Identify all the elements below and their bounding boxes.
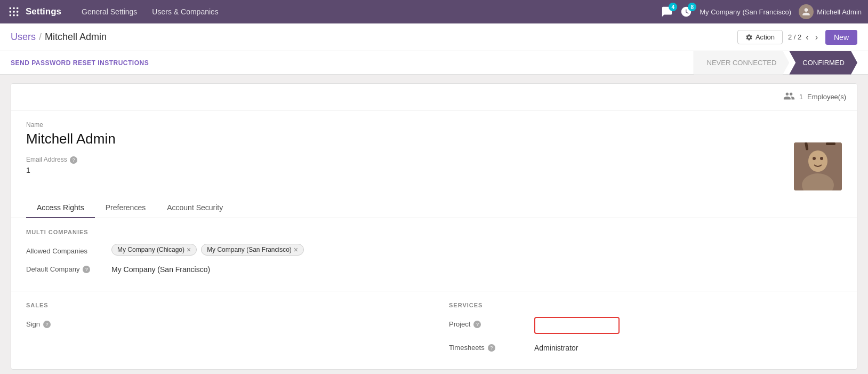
clock-icon-badge[interactable]: 8 [680,6,692,18]
user-avatar [799,4,814,19]
status-never-connected[interactable]: NEVER CONNECTED [694,51,790,75]
name-value[interactable]: Mitchell Admin [26,131,842,147]
status-confirmed[interactable]: CONFIRMED [789,51,857,75]
svg-rect-8 [17,14,18,16]
timesheets-value: Administrator [534,340,842,352]
new-button[interactable]: New [825,30,857,45]
company-tag-sf[interactable]: My Company (San Francisco) × [201,244,304,256]
top-nav: Settings General Settings Users & Compan… [0,0,868,23]
gear-icon [745,34,753,41]
sales-section: SALES Sign ? [11,291,434,369]
top-nav-right: 4 8 My Company (San Francisco) Mitchell … [661,4,862,19]
pager-next[interactable]: › [813,31,820,43]
svg-rect-2 [17,7,18,9]
project-row: Project ? [449,317,842,334]
action-button[interactable]: Action [737,30,783,44]
breadcrumb-actions: Action 2 / 2 ‹ › New [737,30,857,45]
email-help-icon[interactable]: ? [70,156,77,164]
allowed-companies-field[interactable]: My Company (Chicago) × My Company (San F… [111,244,842,256]
company-label[interactable]: My Company (San Francisco) [700,8,791,16]
user-name: Mitchell Admin [817,8,862,16]
email-value[interactable]: 1 [26,166,842,174]
tab-preferences[interactable]: Preferences [95,198,156,218]
default-company-help-icon[interactable]: ? [83,266,90,273]
svg-point-12 [813,157,816,160]
services-title: SERVICES [449,302,842,308]
email-label: Email Address ? [26,156,842,164]
default-company-label: Default Company ? [26,262,111,273]
svg-rect-0 [10,7,11,9]
svg-rect-4 [13,11,14,12]
company-tag-chicago[interactable]: My Company (Chicago) × [111,244,197,256]
user-menu[interactable]: Mitchell Admin [799,4,862,19]
svg-point-10 [808,150,827,172]
sales-services-grid: SALES Sign ? SERVICES Project [11,291,857,369]
breadcrumb-parent[interactable]: Users [11,31,36,43]
pager: 2 / 2 ‹ › [788,31,820,43]
tabs-bar: Access Rights Preferences Account Securi… [11,198,857,218]
sales-title: SALES [26,302,419,308]
svg-rect-15 [826,142,835,145]
multi-companies-section: MULTI COMPANIES Allowed Companies My Com… [11,218,857,291]
services-section: SERVICES Project ? Timesheets [434,291,857,369]
messages-icon-badge[interactable]: 4 [661,6,673,18]
svg-rect-5 [17,11,18,12]
form-card-header: 1 Employee(s) [11,84,857,110]
sign-help-icon[interactable]: ? [43,321,51,328]
employees-label: Employee(s) [807,93,846,101]
menu-general-settings[interactable]: General Settings [74,5,144,18]
sign-label: Sign ? [26,317,111,328]
employees-icon [783,90,795,104]
allowed-companies-label: Allowed Companies [26,244,111,255]
multi-companies-title: MULTI COMPANIES [26,229,842,235]
project-field[interactable] [534,317,842,334]
default-company-row: Default Company ? My Company (San Franci… [26,262,842,274]
status-bar: SEND PASSWORD RESET INSTRUCTIONS NEVER C… [0,51,868,75]
timesheets-label: Timesheets ? [449,340,534,352]
status-steps: NEVER CONNECTED CONFIRMED [694,51,857,75]
form-header-area: Name Mitchell Admin Email Address ? 1 [11,110,857,194]
breadcrumb-separator: / [39,31,42,43]
form-card: 1 Employee(s) Name Mitchell Admin Email … [11,83,857,370]
sign-row: Sign ? [26,317,419,328]
app-brand: Settings [26,6,61,17]
project-highlighted-box[interactable] [534,317,620,334]
employees-number: 1 [799,93,803,101]
svg-rect-7 [13,14,14,16]
breadcrumb-bar: Users / Mitchell Admin Action 2 / 2 ‹ › … [0,23,868,51]
apps-icon[interactable] [6,4,21,19]
svg-rect-6 [10,14,11,16]
tab-access-rights[interactable]: Access Rights [26,198,95,218]
messages-badge: 4 [669,3,677,11]
top-nav-menu: General Settings Users & Companies [74,5,226,18]
allowed-companies-row: Allowed Companies My Company (Chicago) ×… [26,244,842,256]
remove-chicago-icon[interactable]: × [187,245,191,254]
svg-rect-3 [10,11,11,12]
email-field-group: Email Address ? 1 [26,156,842,174]
project-label: Project ? [449,317,534,328]
svg-point-13 [820,157,823,160]
employees-count: 1 Employee(s) [783,90,846,104]
tab-account-security[interactable]: Account Security [156,198,234,218]
default-company-value[interactable]: My Company (San Francisco) [111,262,842,274]
name-label: Name [26,121,842,129]
remove-sf-icon[interactable]: × [294,245,298,254]
pager-prev[interactable]: ‹ [803,31,810,43]
pager-text: 2 / 2 [788,33,801,41]
send-reset-link[interactable]: SEND PASSWORD RESET INSTRUCTIONS [11,59,149,67]
timesheets-row: Timesheets ? Administrator [449,340,842,352]
breadcrumb-current: Mitchell Admin [45,31,107,43]
user-avatar-large[interactable] [794,142,842,190]
project-help-icon[interactable]: ? [473,321,481,328]
timesheets-help-icon[interactable]: ? [488,344,495,352]
action-label: Action [756,33,775,41]
menu-users-companies[interactable]: Users & Companies [144,5,226,18]
name-field-group: Name Mitchell Admin [26,121,842,147]
svg-rect-1 [13,7,14,9]
clock-badge: 8 [688,3,696,11]
main-content: 1 Employee(s) Name Mitchell Admin Email … [0,75,868,374]
